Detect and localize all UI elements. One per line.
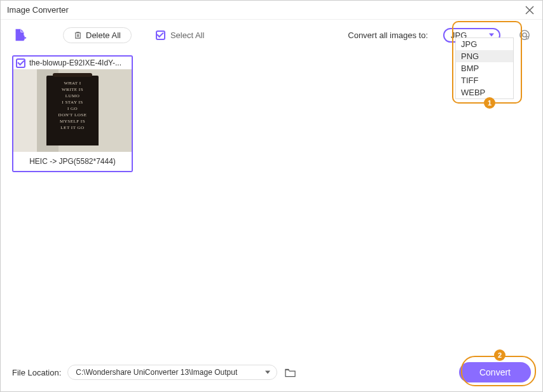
settings-button[interactable] [518,29,531,41]
annotation-badge-1: 1 [484,97,495,109]
file-location-path: C:\Wondershare UniConverter 13\Image Out… [76,368,237,377]
open-folder-button[interactable] [284,366,296,379]
dropdown-option-bmp[interactable]: BMP [456,62,513,74]
image-card-header: the-blowup-E92IXE-4IdY-... [13,57,132,69]
image-checkbox[interactable] [16,58,25,68]
dropdown-option-png[interactable]: PNG [456,50,513,62]
file-location-label: File Location: [12,368,61,377]
image-conversion-info: HEIC -> JPG(5582*7444) [13,152,132,171]
bottom-bar: File Location: C:\Wondershare UniConvert… [1,353,542,391]
convert-to-label: Convert all images to: [348,30,428,40]
annotation-badge-2: 2 [494,349,505,361]
format-dropdown-panel: JPG PNG BMP TIFF WEBP [455,37,514,99]
titlebar: Image Converter [1,1,542,20]
close-icon [525,6,534,15]
svg-point-0 [523,33,526,37]
add-image-button[interactable] [12,27,27,43]
add-file-icon [13,28,27,42]
dropdown-option-tiff[interactable]: TIFF [456,74,513,86]
delete-all-label: Delete All [86,30,121,40]
image-card[interactable]: the-blowup-E92IXE-4IdY-... WHAT I WRITE … [12,55,133,172]
image-thumbnail: WHAT I WRITE IS LUMO I STAY IS I GO DON'… [13,69,132,152]
svg-point-2 [526,37,529,39]
trash-icon [74,31,82,39]
convert-button[interactable]: Convert [459,362,531,382]
checkbox-icon [156,30,165,40]
folder-icon [285,368,296,377]
close-button[interactable] [523,4,536,17]
dropdown-option-webp[interactable]: WEBP [456,86,513,98]
select-all-checkbox[interactable]: Select All [156,30,204,40]
file-location-dropdown[interactable]: C:\Wondershare UniConverter 13\Image Out… [67,365,277,380]
delete-all-button[interactable]: Delete All [63,27,132,43]
select-all-label: Select All [170,30,204,40]
gear-icon [519,29,530,41]
image-filename: the-blowup-E92IXE-4IdY-... [29,58,121,67]
dropdown-option-jpg[interactable]: JPG [456,38,513,50]
window-title: Image Converter [7,5,69,15]
